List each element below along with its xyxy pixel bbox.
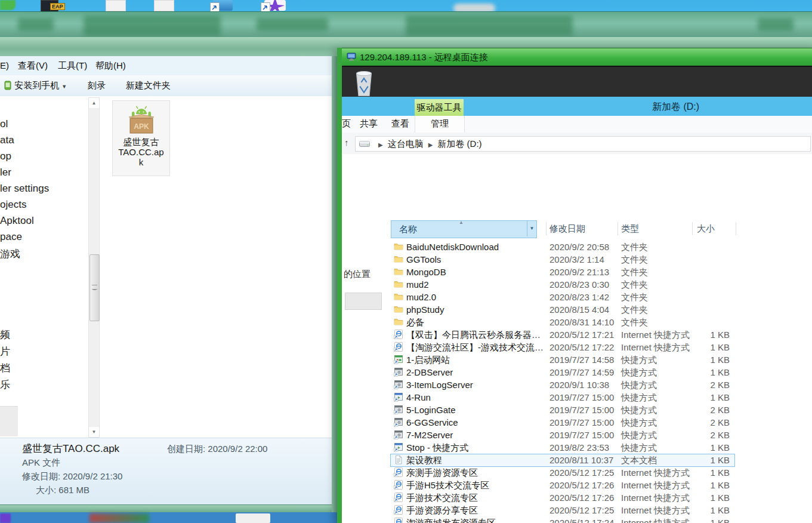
file-name[interactable]: phpStudy — [406, 304, 545, 315]
file-row[interactable]: 5-LoginGate2019/7/27 15:00快捷方式2 KB — [342, 404, 812, 416]
file-row[interactable]: mud2.02020/8/23 1:42文件夹 — [342, 291, 812, 303]
sidebar-item[interactable]: pace — [0, 231, 22, 243]
file-row[interactable]: 6-GGService2019/7/27 15:00快捷方式2 KB — [342, 416, 812, 429]
eap-desktop-icon[interactable]: EAP — [41, 0, 64, 11]
column-separator[interactable] — [692, 222, 693, 235]
breadcrumb-item[interactable]: 新加卷 (D:) — [437, 139, 481, 149]
file-name[interactable]: 亲测手游资源专区 — [406, 467, 545, 479]
column-header-type[interactable]: 类型 — [621, 223, 639, 235]
file-name[interactable]: 5-LoginGate — [406, 405, 545, 415]
desktop-icon-fragment[interactable] — [154, 0, 174, 11]
desktop-icon-fragment[interactable] — [236, 513, 270, 523]
sidebar-item[interactable]: op — [0, 150, 11, 162]
apk-file-tile[interactable]: APK 盛世复古TAO.CC.apk — [112, 100, 170, 176]
file-name[interactable]: 手游资源分享专区 — [406, 505, 545, 516]
file-row[interactable]: phpStudy2020/8/15 4:04文件夹 — [342, 303, 812, 316]
file-name[interactable]: 6-GGService — [406, 417, 545, 427]
column-header-date[interactable]: 修改日期 — [549, 223, 585, 235]
filter-dropdown-icon[interactable]: ▼ — [527, 221, 536, 236]
menu-item-view[interactable]: 查看(V) — [18, 60, 48, 72]
file-name[interactable]: mud2 — [406, 279, 545, 290]
file-row[interactable]: 2-DBServer2019/7/27 14:59快捷方式1 KB — [342, 366, 812, 379]
file-row[interactable]: 架设教程2020/8/11 10:37文本文档1 KB — [342, 454, 812, 466]
file-row[interactable]: 【双击】今日腾讯云秒杀服务器抢购！最...2020/5/12 17:21Inte… — [342, 328, 812, 341]
file-row[interactable]: 【淘游交流社区】-游戏技术交流手游服...2020/5/12 17:22Inte… — [342, 341, 812, 353]
desktop-icon-fragment[interactable] — [0, 0, 16, 10]
tab-share[interactable]: 共享 — [360, 118, 378, 130]
sidebar-item[interactable]: Apktool — [0, 215, 34, 227]
column-separator[interactable] — [618, 222, 618, 235]
file-row[interactable]: mud22020/8/23 0:30文件夹 — [342, 278, 812, 291]
file-name[interactable]: 7-M2Server — [406, 430, 545, 440]
burn-button[interactable]: 刻录 — [88, 80, 106, 91]
desktop-icon-fragment[interactable] — [89, 513, 149, 523]
file-name[interactable]: mud2.0 — [406, 292, 545, 302]
menu-item-tools[interactable]: 工具(T) — [58, 60, 87, 72]
new-folder-button[interactable]: 新建文件夹 — [126, 80, 171, 91]
recycle-bin-icon[interactable] — [354, 69, 374, 97]
file-name[interactable]: Stop - 快捷方式 — [406, 442, 545, 454]
sidebar-item[interactable]: ler — [0, 167, 11, 179]
sidebar-item[interactable]: 频 — [0, 328, 10, 342]
remote-title-bar[interactable]: 129.204.189.113 - 远程桌面连接 — [342, 48, 812, 66]
file-row[interactable]: 淘游商城发布资源专区2020/5/12 17:24Internet 快捷方式1 … — [342, 516, 812, 523]
sidebar-item[interactable]: ler settings — [0, 183, 49, 195]
file-row[interactable]: 7-M2Server2019/7/27 15:00快捷方式2 KB — [342, 429, 812, 441]
sidebar-item[interactable]: 片 — [0, 344, 10, 358]
file-name[interactable]: 手游技术交流专区 — [406, 493, 545, 504]
tab-manage[interactable]: 管理 — [415, 116, 465, 133]
sidebar-item[interactable]: 档 — [0, 361, 10, 375]
desktop-icon-fragment[interactable] — [0, 513, 11, 523]
sidebar-item[interactable]: ol — [0, 118, 8, 130]
column-header-size[interactable]: 大小 — [697, 223, 715, 235]
file-name[interactable]: BaiduNetdiskDownload — [406, 242, 545, 252]
file-row[interactable]: 亲测手游资源专区2020/5/12 17:25Internet 快捷方式1 KB — [342, 466, 812, 479]
menu-item-cut[interactable]: E) — [0, 60, 9, 70]
tab-view[interactable]: 查看 — [391, 118, 409, 130]
sidebar-scrollbar[interactable]: ▲ ▼ — [88, 97, 100, 438]
sidebar-item[interactable]: 乐 — [0, 378, 10, 392]
file-row[interactable]: 手游技术交流专区2020/5/12 17:26Internet 快捷方式1 KB — [342, 491, 812, 504]
file-row[interactable]: 手游H5技术交流专区2020/5/12 17:26Internet 快捷方式1 … — [342, 479, 812, 491]
breadcrumb-item[interactable]: 这台电脑 — [388, 139, 424, 149]
desktop-shortcut-icon[interactable] — [261, 0, 287, 11]
sidebar-item[interactable]: ojects — [0, 199, 26, 211]
file-name[interactable]: 3-ItemLogServer — [406, 380, 545, 390]
file-name[interactable]: 4-Run — [406, 392, 545, 402]
explorer-title-bar[interactable]: 驱动器工具 新加卷 (D:) — [342, 97, 812, 116]
tab-home-fragment[interactable]: 页 — [342, 118, 351, 130]
file-row[interactable]: 必备2020/8/31 14:10文件夹 — [342, 316, 812, 328]
menu-item-help[interactable]: 帮助(H) — [95, 60, 126, 72]
sidebar-item[interactable]: 游戏 — [0, 247, 20, 261]
file-name[interactable]: 必备 — [406, 317, 545, 328]
file-row[interactable]: 手游资源分享专区2020/5/12 17:25Internet 快捷方式1 KB — [342, 504, 812, 516]
file-name[interactable]: 【双击】今日腾讯云秒杀服务器抢购！最... — [406, 330, 545, 341]
file-name[interactable]: 架设教程 — [406, 455, 545, 466]
column-header-name[interactable]: 名称 ▲ ▼ — [391, 220, 537, 238]
file-row[interactable]: 4-Run2019/7/27 15:00快捷方式1 KB — [342, 391, 812, 404]
file-name[interactable]: MongoDB — [406, 267, 545, 277]
file-row[interactable]: MongoDB2020/9/2 21:13文件夹 — [342, 266, 812, 278]
file-name[interactable]: 2-DBServer — [406, 367, 545, 377]
install-to-phone-button[interactable]: 安装到手机 ▼ — [4, 80, 67, 91]
scrollbar-thumb[interactable] — [89, 254, 100, 321]
file-row[interactable]: 1-启动网站2019/7/27 14:58快捷方式1 KB — [342, 353, 812, 366]
desktop-icon-fragment[interactable] — [106, 0, 126, 11]
file-row[interactable]: GGTools2020/3/2 1:14文件夹 — [342, 253, 812, 266]
tab-drive-tools[interactable]: 驱动器工具 — [415, 99, 464, 116]
file-name[interactable]: 【淘游交流社区】-游戏技术交流手游服... — [406, 342, 545, 353]
file-row[interactable]: 3-ItemLogServer2020/9/1 10:38快捷方式2 KB — [342, 379, 812, 391]
file-name[interactable]: 淘游商城发布资源专区 — [406, 518, 545, 523]
file-row[interactable]: Stop - 快捷方式2019/8/2 23:53快捷方式1 KB — [342, 441, 812, 454]
column-separator[interactable] — [546, 222, 547, 235]
up-arrow-icon[interactable]: ↑ — [344, 137, 349, 147]
file-name[interactable]: 1-启动网站 — [406, 355, 545, 366]
sidebar-item[interactable]: ata — [0, 134, 14, 146]
column-separator[interactable] — [736, 222, 736, 235]
desktop-shortcut-icon[interactable] — [210, 0, 235, 11]
file-row[interactable]: BaiduNetdiskDownload2020/9/2 20:58文件夹 — [342, 241, 812, 253]
file-name[interactable]: 手游H5技术交流专区 — [406, 480, 545, 491]
address-box[interactable]: ▶这台电脑▶新加卷 (D:) — [355, 136, 811, 152]
scroll-down-button[interactable]: ▼ — [89, 427, 99, 437]
scroll-up-button[interactable]: ▲ — [89, 98, 99, 108]
